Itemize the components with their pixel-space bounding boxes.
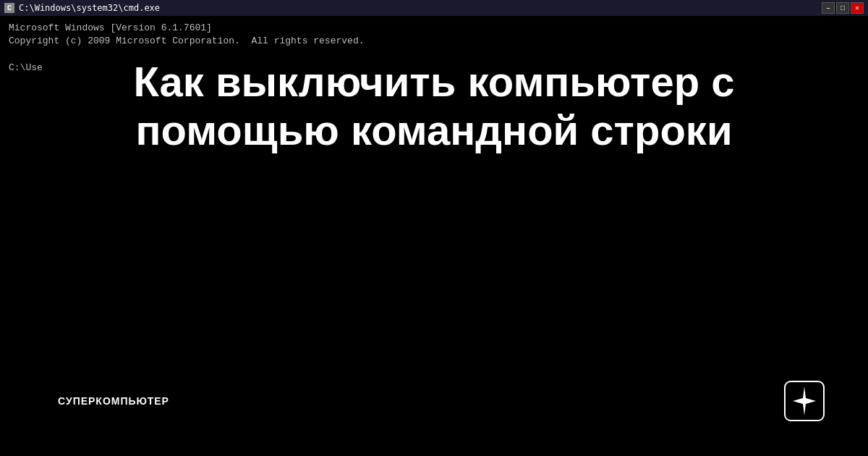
- titlebar-title: C:\Windows\system32\cmd.exe: [19, 3, 160, 13]
- sparkle-icon: [784, 381, 825, 421]
- minimize-button[interactable]: –: [822, 2, 835, 14]
- maximize-button[interactable]: □: [836, 2, 849, 14]
- titlebar-left: C C:\Windows\system32\cmd.exe: [4, 3, 160, 13]
- cmd-line-1: Microsoft Windows [Version 6.1.7601]: [9, 22, 859, 35]
- overlay-title: Как выключить компьютер с помощью команд…: [43, 58, 825, 154]
- titlebar: C C:\Windows\system32\cmd.exe – □ ✕: [0, 0, 868, 16]
- titlebar-controls: – □ ✕: [822, 2, 864, 14]
- brand-label: СУПЕРКОМПЬЮТЕР: [58, 395, 169, 407]
- cmd-window: C C:\Windows\system32\cmd.exe – □ ✕ Micr…: [0, 0, 868, 456]
- cmd-line-2: Copyright (c) 2009 Microsoft Corporation…: [9, 35, 859, 48]
- close-button[interactable]: ✕: [851, 2, 864, 14]
- titlebar-icon: C: [4, 3, 14, 13]
